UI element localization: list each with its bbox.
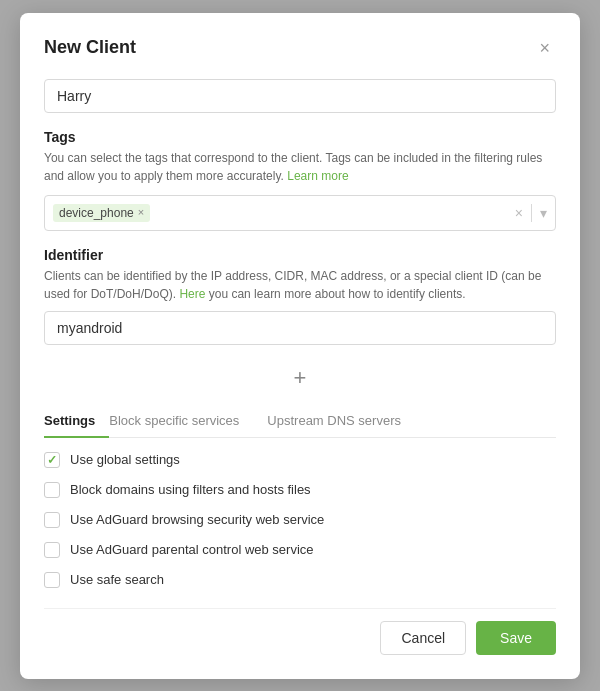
checkbox-use-global[interactable]: ✓ — [44, 452, 60, 468]
modal-header: New Client × — [44, 37, 556, 59]
add-identifier-row: + — [44, 357, 556, 405]
setting-safe-search: Use safe search — [44, 572, 556, 588]
add-identifier-button[interactable]: + — [294, 367, 307, 389]
settings-list: ✓ Use global settings Block domains usin… — [44, 452, 556, 588]
checkbox-adguard-browsing[interactable] — [44, 512, 60, 528]
tags-clear-icon[interactable]: × — [515, 205, 523, 221]
checkbox-block-domains[interactable] — [44, 482, 60, 498]
tab-settings[interactable]: Settings — [44, 405, 109, 438]
tab-block-services[interactable]: Block specific services — [109, 405, 253, 438]
tags-input-wrapper[interactable]: device_phone × × ▾ — [44, 195, 556, 231]
setting-use-global-label: Use global settings — [70, 452, 180, 467]
close-button[interactable]: × — [533, 37, 556, 59]
tag-remove-button[interactable]: × — [138, 207, 144, 218]
setting-block-domains-label: Block domains using filters and hosts fi… — [70, 482, 311, 497]
tags-dropdown-icon[interactable]: ▾ — [540, 205, 547, 221]
checkmark-use-global: ✓ — [47, 453, 57, 467]
identifier-here-link[interactable]: Here — [179, 287, 205, 301]
setting-adguard-browsing-label: Use AdGuard browsing security web servic… — [70, 512, 324, 527]
identifier-section-desc: Clients can be identified by the IP addr… — [44, 267, 556, 303]
tags-learn-more-link[interactable]: Learn more — [287, 169, 348, 183]
tags-section-desc: You can select the tags that correspond … — [44, 149, 556, 185]
setting-use-global: ✓ Use global settings — [44, 452, 556, 468]
setting-adguard-parental-label: Use AdGuard parental control web service — [70, 542, 314, 557]
tags-divider — [531, 204, 532, 222]
cancel-button[interactable]: Cancel — [380, 621, 466, 655]
tab-upstream-dns[interactable]: Upstream DNS servers — [253, 405, 415, 438]
setting-adguard-parental: Use AdGuard parental control web service — [44, 542, 556, 558]
tags-section-title: Tags — [44, 129, 556, 145]
tabs-row: Settings Block specific services Upstrea… — [44, 405, 556, 438]
save-button[interactable]: Save — [476, 621, 556, 655]
modal-footer: Cancel Save — [44, 608, 556, 655]
client-name-input[interactable] — [44, 79, 556, 113]
modal-dialog: New Client × Tags You can select the tag… — [20, 13, 580, 679]
tags-actions: × ▾ — [515, 204, 547, 222]
identifier-section-title: Identifier — [44, 247, 556, 263]
setting-adguard-browsing: Use AdGuard browsing security web servic… — [44, 512, 556, 528]
tag-pill: device_phone × — [53, 204, 150, 222]
checkbox-adguard-parental[interactable] — [44, 542, 60, 558]
setting-block-domains: Block domains using filters and hosts fi… — [44, 482, 556, 498]
checkbox-safe-search[interactable] — [44, 572, 60, 588]
setting-safe-search-label: Use safe search — [70, 572, 164, 587]
identifier-input[interactable] — [44, 311, 556, 345]
tag-label: device_phone — [59, 206, 134, 220]
identifier-section: Identifier Clients can be identified by … — [44, 247, 556, 345]
modal-title: New Client — [44, 37, 136, 58]
modal-overlay: New Client × Tags You can select the tag… — [0, 0, 600, 691]
